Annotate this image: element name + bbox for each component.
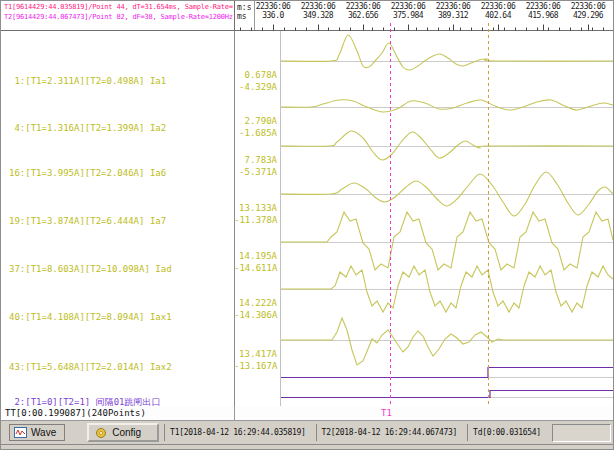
scale-min-Iax1: -14.306A [234,310,277,320]
taskbar-filler [552,424,611,442]
status-divider [234,406,235,421]
channel-label-Iax1[interactable]: 40:[T1=4.108A][T2=8.094A] Iax1 [9,312,172,322]
scale-min-Ia1: -4.329A [234,82,277,92]
scale-max-Ia7: 13.133A [234,203,277,213]
window-bottom-edge [1,444,614,450]
scale-min-Iad: -14.611A [234,263,277,273]
config-button[interactable]: Config [87,423,159,442]
scale-max-Ia1: 0.678A [234,70,277,80]
header-divider [234,1,235,30]
scale-max-Iax1: 14.222A [234,298,277,308]
wave-viewer-window: T1[9614429:44.035819]/Point 44, dT=31.65… [0,0,614,450]
time-tick-label: 22336:06429.296 [564,2,612,20]
time-tick-label: 22336:06349.328 [294,2,342,20]
taskbar-t1-time: T1[2018-04-12 16:29:44.035819] [164,424,311,441]
channel-label-Ia1[interactable]: 1:[T1=2.311A][T2=0.498A] Ia1 [9,76,166,86]
scale-min-Ia6: -5.371A [234,167,277,177]
status-row: TT[0:00.199087](240Points) T1 [1,406,614,421]
taskbar-td-delta: Td[0:00.031654] [467,424,546,441]
t1-cursor-info: T1[9614429:44.035819]/Point 44, dT=31.65… [4,3,233,11]
total-time-readout: TT[0:00.199087](240Points) [5,408,146,418]
header-bar: T1[9614429:44.035819]/Point 44, dT=31.65… [1,1,614,31]
scale-min-Ia2: -1.685A [234,128,277,138]
time-unit-ms: ms [237,12,247,21]
config-button-label: Config [112,427,141,438]
bottom-taskbar: Wave Config T1[2018-04-12 16:29:44.03581… [1,421,614,444]
t2-cursor-info: T2[9614429:44.067473]/Point 82, dF=38, S… [4,13,233,21]
channel-label-Iad[interactable]: 37:[T1=8.603A][T2=10.098A] Iad [9,264,172,274]
panel-divider [234,31,235,421]
config-icon [95,427,107,439]
channel-label-Ia2[interactable]: 4:[T1=1.316A][T2=1.399A] Ia2 [9,123,166,133]
plot-divider [280,31,281,406]
time-tick-label: 22336:06442.624 [609,2,614,20]
channel-label-Ia7[interactable]: 19:[T1=3.874A][T2=6.444A] Ia7 [9,216,166,226]
scale-max-Iax2: 13.417A [234,349,277,359]
tab-wave-label: Wave [31,427,56,438]
scale-min-Ia7: -11.378A [234,215,277,225]
time-tick-label: 22336:06415.968 [519,2,567,20]
cursor-info-panel: T1[9614429:44.035819]/Point 44, dT=31.65… [3,1,233,30]
time-tick-label: 22336:06362.656 [339,2,387,20]
channel-label-Ia6[interactable]: 16:[T1=3.995A][T2=2.046A] Ia6 [9,168,166,178]
wave-icon [14,427,27,438]
time-tick-label: 22336:06375.984 [384,2,432,20]
time-axis: 22336:06336.022336:06349.32822336:06362.… [255,1,614,30]
time-unit-minsec: m:s [237,3,251,12]
tab-wave[interactable]: Wave [9,424,65,441]
scale-max-Ia6: 7.783A [234,155,277,165]
t1-cursor-tag[interactable]: T1 [381,408,392,418]
scale-max-Iad: 14.195A [234,251,277,261]
scale-min-Iax2: -13.167A [234,361,277,371]
scale-max-Ia2: 2.790A [234,116,277,126]
main-area: 1:[T1=2.311A][T2=0.498A] Ia1 4:[T1=1.316… [1,31,614,406]
channel-label-Iax2[interactable]: 43:[T1=5.648A][T2=2.014A] Iax2 [9,362,172,372]
time-tick-label: 22336:06402.64 [474,2,522,20]
taskbar-t2-time: T2[2018-04-12 16:29:44.067473] [316,424,463,441]
time-tick-label: 22336:06336.0 [255,2,297,20]
time-tick-label: 22336:06389.312 [429,2,477,20]
